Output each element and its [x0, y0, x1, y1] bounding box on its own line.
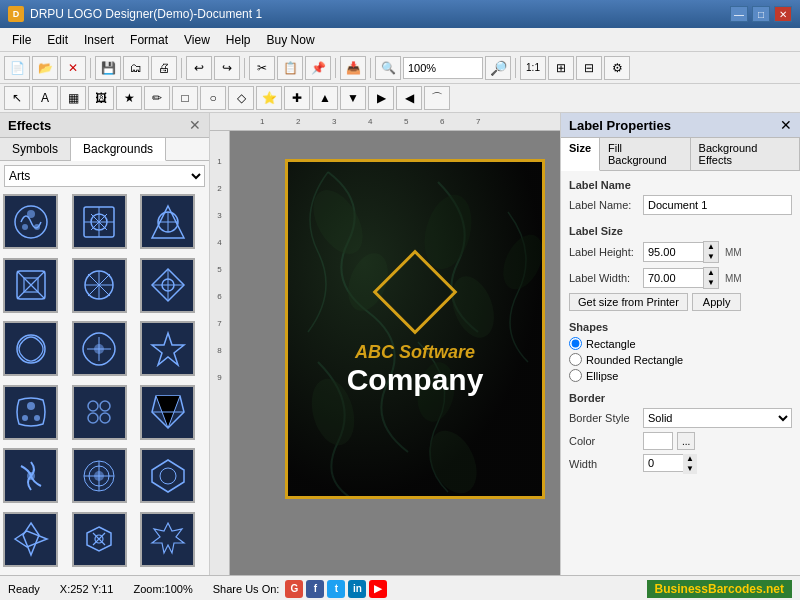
zoom-out-button[interactable]: 🔎 — [485, 56, 511, 80]
border-color-picker-button[interactable]: ... — [677, 432, 695, 450]
undo-button[interactable]: ↩ — [186, 56, 212, 80]
effect-item-13[interactable] — [3, 448, 58, 503]
tab-size[interactable]: Size — [561, 138, 600, 171]
close-doc-button[interactable]: ✕ — [60, 56, 86, 80]
shape-rectangle-row: Rectangle — [569, 337, 792, 350]
tab-backgrounds[interactable]: Backgrounds — [71, 138, 166, 161]
tab-symbols[interactable]: Symbols — [0, 138, 71, 160]
circle-button[interactable]: ○ — [200, 86, 226, 110]
save-button[interactable]: 💾 — [95, 56, 121, 80]
triangle-button[interactable]: ▲ — [312, 86, 338, 110]
label-height-input[interactable] — [643, 242, 703, 262]
border-width-down[interactable]: ▼ — [683, 464, 697, 474]
twitter-icon[interactable]: t — [327, 580, 345, 598]
title-bar: D DRPU LOGO Designer(Demo)-Document 1 — … — [0, 0, 800, 28]
effect-item-12[interactable] — [140, 385, 195, 440]
curve-button[interactable]: ⌒ — [424, 86, 450, 110]
window-controls[interactable]: — □ ✕ — [730, 6, 792, 22]
arrow-button[interactable]: ▶ — [368, 86, 394, 110]
effect-item-10[interactable] — [3, 385, 58, 440]
barcode-button[interactable]: ▦ — [60, 86, 86, 110]
copy-button[interactable]: 📋 — [277, 56, 303, 80]
pencil-button[interactable]: ✏ — [144, 86, 170, 110]
border-width-input[interactable] — [643, 454, 683, 472]
apply-size-button[interactable]: Apply — [692, 293, 742, 311]
effect-item-11[interactable] — [72, 385, 127, 440]
border-color-swatch[interactable] — [643, 432, 673, 450]
actual-size-button[interactable]: 1:1 — [520, 56, 546, 80]
properties-button[interactable]: ⚙ — [604, 56, 630, 80]
effect-item-17[interactable] — [72, 512, 127, 567]
menu-help[interactable]: Help — [218, 31, 259, 49]
minimize-button[interactable]: — — [730, 6, 748, 22]
menu-edit[interactable]: Edit — [39, 31, 76, 49]
menu-file[interactable]: File — [4, 31, 39, 49]
save-all-button[interactable]: 🗂 — [123, 56, 149, 80]
menu-view[interactable]: View — [176, 31, 218, 49]
shape-rectangle-radio[interactable] — [569, 337, 582, 350]
paste-button[interactable]: 📌 — [305, 56, 331, 80]
cut-button[interactable]: ✂ — [249, 56, 275, 80]
border-width-up[interactable]: ▲ — [683, 454, 697, 464]
effect-item-4[interactable] — [3, 258, 58, 313]
tab-background-effects[interactable]: Background Effects — [691, 138, 800, 170]
effect-item-14[interactable] — [72, 448, 127, 503]
svg-point-2 — [22, 224, 28, 230]
effect-item-9[interactable] — [140, 321, 195, 376]
label-width-up[interactable]: ▲ — [704, 268, 718, 278]
label-width-down[interactable]: ▼ — [704, 278, 718, 288]
effect-item-7[interactable] — [3, 321, 58, 376]
effect-item-16[interactable] — [3, 512, 58, 567]
zoom-in-button[interactable]: 🔍 — [375, 56, 401, 80]
diamond-button[interactable]: ◇ — [228, 86, 254, 110]
effect-item-3[interactable] — [140, 194, 195, 249]
effect-item-1[interactable] — [3, 194, 58, 249]
down-triangle-button[interactable]: ▼ — [340, 86, 366, 110]
new-button[interactable]: 📄 — [4, 56, 30, 80]
redo-button[interactable]: ↪ — [214, 56, 240, 80]
print-button[interactable]: 🖨 — [151, 56, 177, 80]
label-name-input[interactable] — [643, 195, 792, 215]
select-button[interactable]: ↖ — [4, 86, 30, 110]
menu-insert[interactable]: Insert — [76, 31, 122, 49]
shape-rounded-rectangle-radio[interactable] — [569, 353, 582, 366]
effect-item-8[interactable] — [72, 321, 127, 376]
rect-button[interactable]: □ — [172, 86, 198, 110]
effect-item-5[interactable] — [72, 258, 127, 313]
zoom-input[interactable] — [403, 57, 483, 79]
effect-item-15[interactable] — [140, 448, 195, 503]
google-plus-icon[interactable]: G — [285, 580, 303, 598]
label-height-down[interactable]: ▼ — [704, 252, 718, 262]
label-height-unit: MM — [725, 247, 742, 258]
cross-button[interactable]: ✚ — [284, 86, 310, 110]
star-button[interactable]: ⭐ — [256, 86, 282, 110]
open-button[interactable]: 📂 — [32, 56, 58, 80]
effect-item-2[interactable] — [72, 194, 127, 249]
canvas-scroll[interactable]: ABC Software Company — [250, 149, 560, 575]
image-button[interactable]: 🖼 — [88, 86, 114, 110]
label-width-input[interactable] — [643, 268, 703, 288]
border-style-dropdown[interactable]: Solid Dashed Dotted None — [643, 408, 792, 428]
grid-button[interactable]: ⊞ — [548, 56, 574, 80]
facebook-icon[interactable]: f — [306, 580, 324, 598]
label-properties-close[interactable]: ✕ — [780, 117, 792, 133]
text-button[interactable]: A — [32, 86, 58, 110]
import-button[interactable]: 📥 — [340, 56, 366, 80]
symbol-button[interactable]: ★ — [116, 86, 142, 110]
effects-panel-close[interactable]: ✕ — [189, 117, 201, 133]
tab-fill-background[interactable]: Fill Background — [600, 138, 691, 170]
menu-buynow[interactable]: Buy Now — [259, 31, 323, 49]
close-button[interactable]: ✕ — [774, 6, 792, 22]
linkedin-icon[interactable]: in — [348, 580, 366, 598]
effect-item-18[interactable] — [140, 512, 195, 567]
shape-ellipse-radio[interactable] — [569, 369, 582, 382]
effect-item-6[interactable] — [140, 258, 195, 313]
left-arrow-button[interactable]: ◀ — [396, 86, 422, 110]
get-from-printer-button[interactable]: Get size from Printer — [569, 293, 688, 311]
menu-format[interactable]: Format — [122, 31, 176, 49]
snap-button[interactable]: ⊟ — [576, 56, 602, 80]
category-dropdown[interactable]: Arts Nature Abstract Geometric — [4, 165, 205, 187]
maximize-button[interactable]: □ — [752, 6, 770, 22]
youtube-icon[interactable]: ▶ — [369, 580, 387, 598]
label-height-up[interactable]: ▲ — [704, 242, 718, 252]
